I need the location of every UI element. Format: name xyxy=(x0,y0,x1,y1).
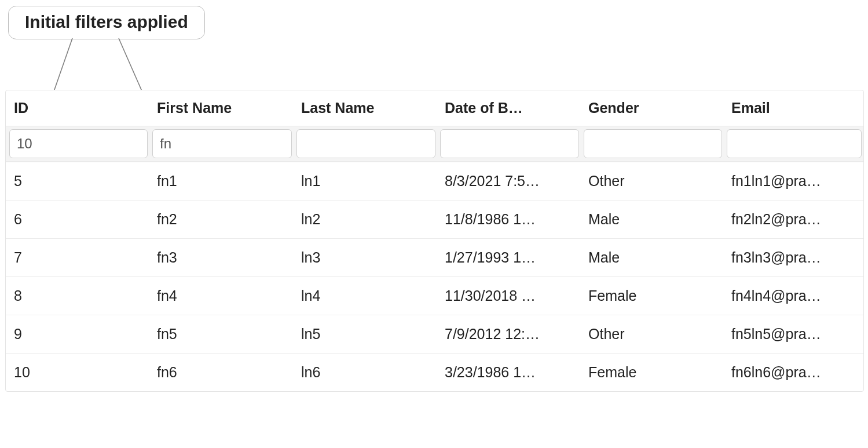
cell-dob: 11/8/1986 1… xyxy=(437,201,580,238)
grid-body: 5 fn1 ln1 8/3/2021 7:5… Other fn1ln1@pra… xyxy=(6,162,863,391)
cell-id: 5 xyxy=(6,162,149,200)
grid-header-row: ID First Name Last Name Date of B… Gende… xyxy=(6,90,863,126)
cell-first: fn2 xyxy=(149,201,293,238)
col-header-first-name[interactable]: First Name xyxy=(149,90,293,126)
col-header-email[interactable]: Email xyxy=(723,90,863,126)
callout-text: Initial filters applied xyxy=(25,12,188,31)
table-row[interactable]: 5 fn1 ln1 8/3/2021 7:5… Other fn1ln1@pra… xyxy=(6,162,863,201)
cell-email: fn3ln3@pra… xyxy=(723,239,863,276)
cell-dob: 3/23/1986 1… xyxy=(437,354,580,391)
cell-first: fn6 xyxy=(149,354,293,391)
col-header-id[interactable]: ID xyxy=(6,90,149,126)
col-header-gender[interactable]: Gender xyxy=(580,90,723,126)
table-row[interactable]: 6 fn2 ln2 11/8/1986 1… Male fn2ln2@pra… xyxy=(6,201,863,239)
cell-first: fn4 xyxy=(149,277,293,315)
cell-dob: 1/27/1993 1… xyxy=(437,239,580,276)
cell-gender: Male xyxy=(580,201,723,238)
filter-row xyxy=(6,126,863,162)
cell-last: ln4 xyxy=(293,277,437,315)
filter-input-id[interactable] xyxy=(9,129,148,158)
filter-input-email[interactable] xyxy=(727,129,862,158)
cell-gender: Female xyxy=(580,354,723,391)
cell-email: fn2ln2@pra… xyxy=(723,201,863,238)
cell-id: 7 xyxy=(6,239,149,276)
table-row[interactable]: 9 fn5 ln5 7/9/2012 12:… Other fn5ln5@pra… xyxy=(6,315,863,354)
table-row[interactable]: 8 fn4 ln4 11/30/2018 … Female fn4ln4@pra… xyxy=(6,277,863,315)
cell-gender: Other xyxy=(580,315,723,353)
cell-last: ln2 xyxy=(293,201,437,238)
cell-id: 8 xyxy=(6,277,149,315)
cell-email: fn1ln1@pra… xyxy=(723,162,863,200)
cell-email: fn4ln4@pra… xyxy=(723,277,863,315)
cell-email: fn6ln6@pra… xyxy=(723,354,863,391)
cell-gender: Other xyxy=(580,162,723,200)
cell-dob: 11/30/2018 … xyxy=(437,277,580,315)
cell-first: fn3 xyxy=(149,239,293,276)
filter-input-last-name[interactable] xyxy=(296,129,435,158)
callout-bubble: Initial filters applied xyxy=(8,6,205,39)
cell-dob: 7/9/2012 12:… xyxy=(437,315,580,353)
filter-input-dob[interactable] xyxy=(440,129,579,158)
cell-last: ln1 xyxy=(293,162,437,200)
cell-last: ln6 xyxy=(293,354,437,391)
cell-last: ln5 xyxy=(293,315,437,353)
col-header-last-name[interactable]: Last Name xyxy=(293,90,437,126)
cell-id: 10 xyxy=(6,354,149,391)
cell-dob: 8/3/2021 7:5… xyxy=(437,162,580,200)
table-row[interactable]: 7 fn3 ln3 1/27/1993 1… Male fn3ln3@pra… xyxy=(6,239,863,277)
cell-id: 9 xyxy=(6,315,149,353)
col-header-dob[interactable]: Date of B… xyxy=(437,90,580,126)
cell-email: fn5ln5@pra… xyxy=(723,315,863,353)
filter-input-first-name[interactable] xyxy=(152,129,292,158)
table-row[interactable]: 10 fn6 ln6 3/23/1986 1… Female fn6ln6@pr… xyxy=(6,354,863,391)
cell-last: ln3 xyxy=(293,239,437,276)
data-grid: ID First Name Last Name Date of B… Gende… xyxy=(5,90,864,392)
cell-gender: Female xyxy=(580,277,723,315)
cell-id: 6 xyxy=(6,201,149,238)
cell-first: fn1 xyxy=(149,162,293,200)
cell-first: fn5 xyxy=(149,315,293,353)
filter-input-gender[interactable] xyxy=(584,129,722,158)
cell-gender: Male xyxy=(580,239,723,276)
